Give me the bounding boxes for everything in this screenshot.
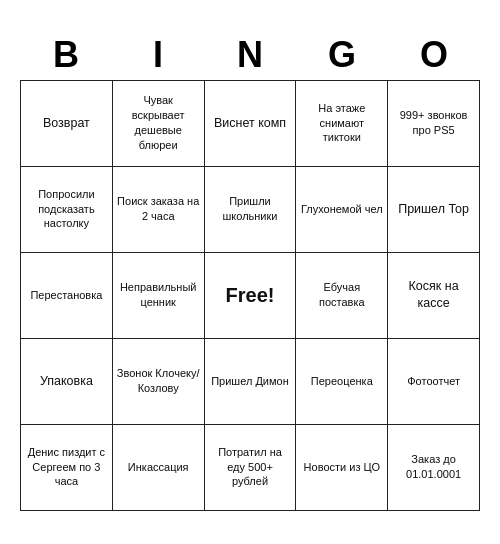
bingo-cell: Переоценка xyxy=(296,339,388,425)
bingo-cell: Free! xyxy=(205,253,297,339)
bingo-cell: Заказ до 01.01.0001 xyxy=(388,425,480,511)
bingo-cell: Ебучая поставка xyxy=(296,253,388,339)
bingo-cell: Перестановка xyxy=(21,253,113,339)
bingo-cell: Глухонемой чел xyxy=(296,167,388,253)
bingo-cell: Потратил на еду 500+ рублей xyxy=(205,425,297,511)
bingo-cell: Пришел Тор xyxy=(388,167,480,253)
bingo-cell: Фотоотчет xyxy=(388,339,480,425)
header-letter: N xyxy=(207,34,293,76)
header-letter: B xyxy=(23,34,109,76)
header-letter: I xyxy=(115,34,201,76)
bingo-cell: Звонок Клочеку/ Козлову xyxy=(113,339,205,425)
bingo-cell: 999+ звонков про PS5 xyxy=(388,81,480,167)
bingo-cell: Инкассация xyxy=(113,425,205,511)
bingo-cell: Возврат xyxy=(21,81,113,167)
header-letter: G xyxy=(299,34,385,76)
bingo-cell: Косяк на кассе xyxy=(388,253,480,339)
bingo-cell: На этаже снимают тиктоки xyxy=(296,81,388,167)
bingo-cell: Упаковка xyxy=(21,339,113,425)
bingo-cell: Неправильный ценник xyxy=(113,253,205,339)
bingo-cell: Денис пиздит с Сергеем по 3 часа xyxy=(21,425,113,511)
bingo-cell: Попросили подсказать настолку xyxy=(21,167,113,253)
bingo-cell: Поиск заказа на 2 часа xyxy=(113,167,205,253)
bingo-card: BINGO ВозвратЧувак вскрывает дешевые блю… xyxy=(10,24,490,521)
bingo-cell: Чувак вскрывает дешевые блюреи xyxy=(113,81,205,167)
bingo-cell: Пришел Димон xyxy=(205,339,297,425)
bingo-cell: Виснет комп xyxy=(205,81,297,167)
bingo-cell: Новости из ЦО xyxy=(296,425,388,511)
bingo-cell: Пришли школьники xyxy=(205,167,297,253)
header-letter: O xyxy=(391,34,477,76)
bingo-header: BINGO xyxy=(20,34,480,76)
bingo-grid: ВозвратЧувак вскрывает дешевые блюреиВис… xyxy=(20,80,480,511)
